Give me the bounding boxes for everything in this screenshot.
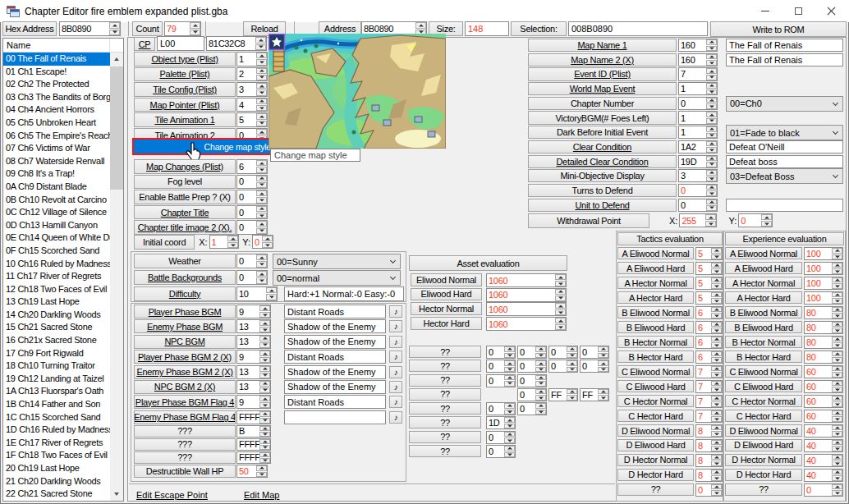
spin-down-button[interactable] <box>504 410 515 415</box>
bgm-value-spinner[interactable]: 9 <box>236 305 271 318</box>
chapter-list-item[interactable]: 18 Ch10 Turning Traitor <box>3 360 110 373</box>
spin-down-button[interactable] <box>832 342 842 348</box>
unknown-spinner[interactable]: 0 <box>517 346 547 359</box>
count-input[interactable]: 79 <box>164 21 201 36</box>
spin-up-button[interactable] <box>256 99 267 104</box>
experience-label[interactable]: A Hector Normal <box>725 277 802 289</box>
spin-down-button[interactable] <box>832 268 842 274</box>
spin-down-button[interactable] <box>256 59 267 65</box>
spin-up-button[interactable] <box>504 360 515 366</box>
spin-down-button[interactable] <box>832 431 842 437</box>
chapter-list-item[interactable]: 19 Ch12 Landing at Taizel <box>3 373 110 386</box>
spin-down-button[interactable] <box>256 75 267 80</box>
config-button[interactable]: Detailed Clear Condition <box>528 155 677 168</box>
bgm-button[interactable]: Player Phase BGM Flag 4 <box>134 395 236 409</box>
experience-label[interactable]: D Eliwood Normal <box>725 424 802 437</box>
bgm-button[interactable]: Enemy Phase BGM <box>134 319 236 333</box>
spin-up-button[interactable] <box>535 346 546 352</box>
spin-down-button[interactable] <box>259 373 270 378</box>
music-note-button[interactable] <box>389 411 402 424</box>
chapter-list-item[interactable]: 1D Ch16 Ruled by Madness <box>3 424 110 437</box>
config-spinner[interactable]: 160 <box>678 53 718 66</box>
environment-dropdown[interactable]: 00=Sunny <box>273 254 401 269</box>
spin-down-button[interactable] <box>832 401 842 407</box>
chapter-list-item[interactable]: 11 Ch17 River of Regrets <box>3 270 110 283</box>
unknown-label[interactable]: ?? <box>409 445 481 457</box>
spin-down-button[interactable] <box>706 103 717 109</box>
config-spinner[interactable]: 1 <box>678 126 718 139</box>
spin-up-button[interactable] <box>598 346 608 352</box>
pointer-input[interactable]: 81C32C8 <box>206 36 267 51</box>
unknown-label[interactable]: ?? <box>409 346 481 358</box>
cp-button[interactable]: CP <box>134 37 155 51</box>
spin-up-button[interactable] <box>832 277 842 283</box>
tactics-label[interactable]: A Hector Hard <box>617 291 694 304</box>
wall-hp-spinner[interactable]: 50 <box>236 465 268 478</box>
spin-up-button[interactable] <box>832 337 842 342</box>
spin-up-button[interactable] <box>190 22 200 29</box>
chapter-list-item[interactable]: 15 Ch21 Sacred Stone <box>3 321 110 334</box>
spin-up-button[interactable] <box>504 346 515 352</box>
chapter-setting-spinner[interactable]: 0 <box>236 175 268 190</box>
spin-down-button[interactable] <box>706 46 717 52</box>
music-note-button[interactable] <box>389 381 402 393</box>
config-dropdown[interactable]: 00=Ch0 <box>726 96 843 112</box>
bgm-name-input[interactable]: Distant Roads <box>284 305 386 318</box>
bgm-name-input[interactable]: Shadow of the Enemy <box>284 319 386 333</box>
initial-coord-button[interactable]: Initial coord <box>134 235 195 250</box>
spin-down-button[interactable] <box>598 395 608 401</box>
spin-up-button[interactable] <box>711 337 722 342</box>
unknown-spinner[interactable]: 0 <box>486 445 516 458</box>
spin-down-button[interactable] <box>190 30 200 36</box>
tactics-label[interactable]: D Hector Hard <box>617 469 694 481</box>
chapter-list-item[interactable]: 0D Ch13 Hamill Canyon <box>3 219 110 232</box>
tactics-label[interactable]: B Hector Normal <box>617 336 694 348</box>
bgm-value-spinner[interactable]: 9 <box>236 350 271 364</box>
unknown-spinner[interactable]: 0 <box>486 360 516 373</box>
spin-up-button[interactable] <box>761 214 772 220</box>
spin-up-button[interactable] <box>256 271 267 277</box>
spin-down-button[interactable] <box>705 221 716 227</box>
tactics-label[interactable]: A Eliwood Normal <box>617 247 694 259</box>
spin-up-button[interactable] <box>259 381 270 387</box>
spin-down-button[interactable] <box>706 162 717 167</box>
spin-down-button[interactable] <box>259 458 270 463</box>
withdrawal-x-spinner[interactable]: 255 <box>679 213 717 227</box>
spin-down-button[interactable] <box>711 313 722 318</box>
spin-up-button[interactable] <box>711 410 722 416</box>
config-button[interactable]: Turns to Defend <box>528 184 677 197</box>
spin-up-button[interactable] <box>832 410 842 416</box>
chapter-list-item[interactable]: 09 Ch8 It's a Trap! <box>3 167 110 181</box>
spin-up-button[interactable] <box>832 484 842 490</box>
chapter-list-item[interactable]: 07 Ch6 Victims of War <box>3 142 110 155</box>
bgm-value-spinner[interactable]: 13 <box>236 319 271 333</box>
experience-spinner[interactable]: 100 <box>804 277 843 290</box>
spin-down-button[interactable] <box>259 402 270 408</box>
experience-spinner[interactable]: 100 <box>804 291 843 305</box>
spin-down-button[interactable] <box>555 296 566 301</box>
spin-down-button[interactable] <box>706 205 717 211</box>
tactics-spinner[interactable]: 5 <box>695 291 723 305</box>
edit-escape-point-link[interactable]: Edit Escape Point <box>136 490 208 500</box>
bgm-button[interactable]: NPC BGM <box>134 335 236 349</box>
spin-up-button[interactable] <box>706 54 717 60</box>
unknown-spinner[interactable]: 0 <box>486 346 516 359</box>
spin-up-button[interactable] <box>832 248 842 254</box>
config-button[interactable]: Dark Before Initial Event <box>528 126 677 139</box>
spin-down-button[interactable] <box>832 387 842 392</box>
config-spinner[interactable]: 0 <box>678 184 718 197</box>
spin-up-button[interactable] <box>711 381 722 387</box>
config-text-input[interactable]: The Fall of Renais <box>726 53 843 66</box>
bgm-value-spinner[interactable]: B <box>236 425 271 438</box>
spin-up-button[interactable] <box>711 351 722 357</box>
experience-spinner[interactable]: 60 <box>804 395 843 408</box>
spin-down-button[interactable] <box>504 353 515 359</box>
config-dropdown[interactable]: 03=Defeat Boss <box>726 168 843 184</box>
spin-up-button[interactable] <box>706 68 717 74</box>
bgm-button[interactable]: Enemy Phase BGM Flag 4 <box>134 410 236 424</box>
chapter-setting-button[interactable]: Enable Battle Prep ? (X) <box>134 190 236 204</box>
config-button[interactable]: Unit to Defend <box>528 199 677 212</box>
spin-up-button[interactable] <box>706 83 717 89</box>
chapter-list-item[interactable]: 0A Ch9 Distant Blade <box>3 181 110 194</box>
config-button[interactable]: VictoryBGM(# Foes Left) <box>528 111 677 124</box>
